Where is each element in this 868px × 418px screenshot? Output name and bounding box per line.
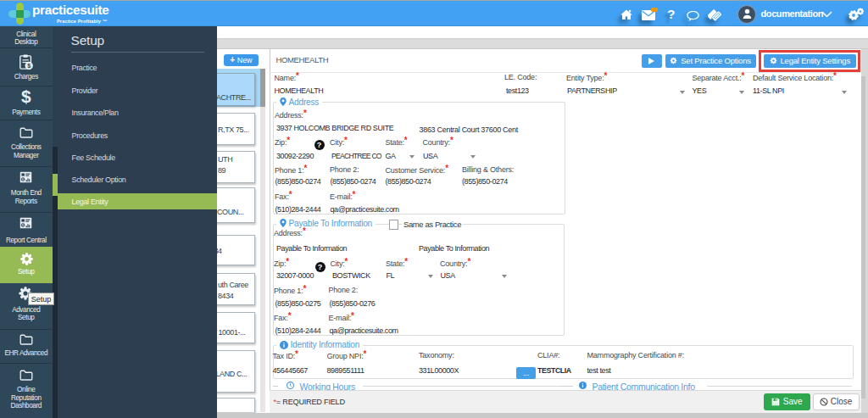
svg-text:$: $: [27, 62, 31, 70]
